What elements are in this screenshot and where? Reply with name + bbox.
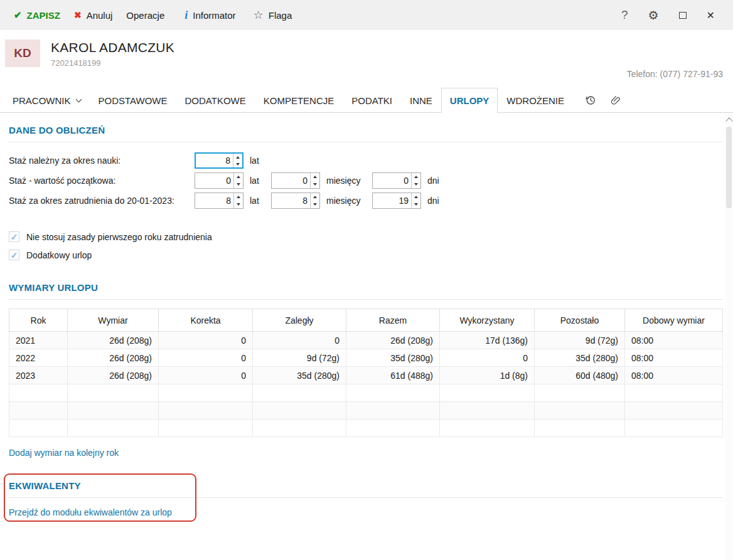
spin-down-button[interactable] — [412, 201, 420, 208]
spin-down-button[interactable] — [234, 201, 243, 208]
cell-empty — [9, 402, 68, 420]
table-row-2022[interactable]: 2022 26d (208g) 0 9d (72g) 35d (280g) 0 … — [9, 349, 723, 367]
save-button[interactable]: ✔ ZAPISZ — [9, 6, 65, 24]
tab-label: PODATKI — [351, 95, 392, 106]
staz-zatrudnienie-lat-input[interactable] — [195, 193, 233, 208]
save-check-icon: ✔ — [14, 9, 22, 21]
tab-wdrozenie[interactable]: WDROŻENIE — [498, 88, 573, 112]
triangle-up-icon — [237, 196, 240, 198]
spin-up-button[interactable] — [233, 154, 242, 161]
spin-down-button[interactable] — [233, 161, 242, 167]
staz-zatrudnienie-lat-spinner[interactable] — [195, 193, 243, 209]
staz-zatrudnienie-miesiace-input[interactable] — [272, 193, 310, 208]
triangle-down-icon — [313, 183, 317, 186]
tab-podatki[interactable]: PODATKI — [343, 88, 401, 112]
informator-button[interactable]: i Informator — [179, 6, 240, 24]
table-row-2023[interactable]: 2023 26d (208g) 0 35d (280g) 61d (488g) … — [9, 367, 723, 384]
settings-button[interactable]: ⚙ — [643, 6, 665, 25]
triangle-up-icon — [414, 176, 418, 178]
checkbox-area: ✓ Nie stosuj zasady pierwszego roku zatr… — [9, 228, 723, 264]
staz-nauka-lat-input[interactable] — [196, 154, 233, 167]
table-row-empty[interactable] — [9, 384, 723, 402]
tab-extra-icons — [581, 88, 625, 112]
spin-up-button[interactable] — [311, 173, 319, 181]
staz-zatrudnienie-miesiace-spinner[interactable] — [271, 193, 320, 209]
staz-zatrudnienie-dni-input[interactable] — [373, 193, 411, 208]
tab-label: PRACOWNIK — [13, 95, 71, 106]
unit-label: lat — [250, 156, 259, 166]
employee-header: KD KAROL ADAMCZUK 72021418199 Telefon: (… — [0, 30, 733, 88]
tab-label: DODATKOWE — [185, 95, 246, 106]
help-button[interactable]: ? — [616, 4, 634, 26]
cell-empty — [159, 420, 253, 437]
employee-name: KAROL ADAMCZUK — [51, 40, 174, 55]
checkbox-dodatkowy-urlop[interactable]: ✓ — [9, 250, 19, 260]
scrollbar-thumb[interactable] — [726, 127, 732, 208]
column-header-wymiar: Wymiar — [68, 309, 159, 332]
cell-empty — [253, 420, 346, 437]
maximize-button[interactable] — [673, 8, 692, 23]
staz-poczatkowa-miesiace-input[interactable] — [272, 173, 310, 188]
close-button[interactable]: ✕ — [701, 6, 720, 25]
staz-poczatkowa-lat-spinner[interactable] — [195, 172, 243, 189]
tab-inne[interactable]: INNE — [401, 88, 441, 112]
staz-poczatkowa-miesiace-spinner[interactable] — [271, 172, 320, 189]
tab-label: INNE — [410, 95, 432, 106]
table-row-empty[interactable] — [9, 402, 723, 420]
tab-label: KOMPETENCJE — [264, 95, 334, 106]
spin-up-button[interactable] — [412, 173, 420, 181]
spin-down-button[interactable] — [311, 181, 319, 188]
cell-empty — [68, 384, 159, 402]
checkbox-pierwszy-rok[interactable]: ✓ — [9, 231, 19, 242]
checkbox-label: Nie stosuj zasady pierwszego roku zatrud… — [26, 232, 212, 242]
staz-nauka-lat-spinner[interactable] — [195, 152, 243, 169]
spin-up-button[interactable] — [311, 193, 319, 201]
unit-label: miesięcy — [326, 196, 360, 206]
cell-empty — [440, 420, 535, 437]
spin-up-button[interactable] — [412, 193, 420, 201]
staz-poczatkowa-dni-spinner[interactable] — [372, 172, 421, 189]
tab-dodatkowe[interactable]: DODATKOWE — [176, 88, 255, 112]
scroll-up-icon[interactable] — [725, 117, 732, 124]
table-row-2021[interactable]: 2021 26d (208g) 0 0 26d (208g) 17d (136g… — [9, 332, 723, 349]
tab-kompetencje[interactable]: KOMPETENCJE — [255, 88, 343, 112]
cancel-button[interactable]: ✖ Anuluj — [69, 6, 117, 24]
star-icon: ☆ — [254, 9, 264, 21]
avatar: KD — [5, 40, 40, 67]
equivalents-module-link[interactable]: Przejdź do modułu ekwiwalentów za urlop — [9, 507, 172, 517]
staz-zatrudnienie-dni-spinner[interactable] — [372, 193, 421, 209]
spin-down-button[interactable] — [311, 201, 319, 208]
cell-korekta: 0 — [159, 349, 253, 367]
tab-pracownik[interactable]: PRACOWNIK — [4, 88, 90, 112]
spin-up-button[interactable] — [234, 193, 243, 201]
cell-empty — [535, 420, 625, 437]
form-row-staz-poczatkowa: Staż - wartość początkowa: lat — [9, 171, 723, 191]
attachment-button[interactable] — [606, 92, 625, 108]
cell-dobowy-wymiar: 08:00 — [625, 332, 723, 349]
history-button[interactable] — [581, 92, 600, 108]
cell-empty — [625, 384, 723, 402]
spin-down-button[interactable] — [412, 181, 420, 188]
spin-buttons — [233, 193, 243, 208]
tab-urlopy[interactable]: URLOPY — [441, 88, 498, 113]
staz-poczatkowa-lat-input[interactable] — [195, 173, 233, 188]
field-group: lat — [195, 152, 271, 169]
form-row-staz-zatrudnienie: Staż za okres zatrudnienia do 20-01-2023… — [9, 191, 723, 211]
table-row-empty[interactable] — [9, 420, 723, 437]
add-vacation-year-link[interactable]: Dodaj wymiar na kolejny rok — [9, 448, 119, 458]
vertical-scrollbar[interactable] — [725, 114, 733, 560]
field-group: lat — [195, 172, 271, 189]
spin-buttons — [310, 173, 319, 188]
checkbox-row-dodatkowy-urlop: ✓ Dodatkowy urlop — [9, 246, 723, 264]
cell-rok: 2021 — [9, 332, 68, 349]
operations-button[interactable]: Operacje — [121, 6, 169, 24]
flag-button[interactable]: ☆ Flaga — [249, 6, 297, 24]
employee-phone: Telefon: (077) 727-91-93 — [627, 69, 723, 79]
section-title-dane-do-obliczen: DANE DO OBLICZEŃ — [9, 113, 723, 142]
cell-rok: 2023 — [9, 367, 68, 384]
staz-poczatkowa-dni-input[interactable] — [373, 173, 411, 188]
spin-up-button[interactable] — [234, 173, 243, 181]
cell-empty — [159, 384, 253, 402]
tab-podstawowe[interactable]: PODSTAWOWE — [90, 88, 176, 112]
spin-down-button[interactable] — [234, 181, 243, 188]
